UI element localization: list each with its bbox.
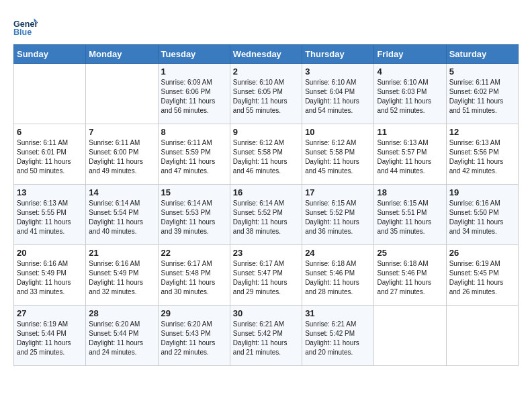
day-number: 4	[377, 66, 443, 77]
day-info: Sunrise: 6:10 AMSunset: 6:03 PMDaylight:…	[377, 78, 443, 116]
calendar-cell: 22Sunrise: 6:17 AMSunset: 5:48 PMDayligh…	[158, 245, 230, 306]
calendar-cell: 24Sunrise: 6:18 AMSunset: 5:46 PMDayligh…	[302, 245, 374, 306]
day-info: Sunrise: 6:19 AMSunset: 5:45 PMDaylight:…	[449, 259, 515, 297]
day-info: Sunrise: 6:11 AMSunset: 5:59 PMDaylight:…	[161, 138, 227, 176]
day-number: 20	[17, 248, 83, 258]
day-number: 8	[161, 127, 227, 137]
day-number: 29	[161, 308, 227, 318]
calendar-cell: 2Sunrise: 6:10 AMSunset: 6:05 PMDaylight…	[230, 64, 302, 124]
calendar-cell: 16Sunrise: 6:14 AMSunset: 5:52 PMDayligh…	[230, 185, 302, 245]
calendar-cell: 3Sunrise: 6:10 AMSunset: 6:04 PMDaylight…	[302, 64, 374, 124]
calendar-cell: 5Sunrise: 6:11 AMSunset: 6:02 PMDaylight…	[446, 64, 518, 124]
day-info: Sunrise: 6:20 AMSunset: 5:44 PMDaylight:…	[89, 320, 154, 357]
calendar-cell	[14, 64, 86, 124]
page-header: General Blue	[13, 13, 519, 38]
calendar-cell	[86, 64, 158, 124]
week-row-1: 1Sunrise: 6:09 AMSunset: 6:06 PMDaylight…	[14, 64, 519, 124]
day-number: 16	[233, 187, 299, 197]
day-number: 17	[305, 187, 371, 197]
calendar-cell: 28Sunrise: 6:20 AMSunset: 5:44 PMDayligh…	[86, 306, 158, 366]
day-info: Sunrise: 6:09 AMSunset: 6:06 PMDaylight:…	[161, 78, 227, 116]
day-info: Sunrise: 6:11 AMSunset: 6:01 PMDaylight:…	[17, 138, 83, 176]
day-info: Sunrise: 6:18 AMSunset: 5:46 PMDaylight:…	[377, 259, 443, 297]
day-number: 15	[161, 187, 227, 197]
day-info: Sunrise: 6:12 AMSunset: 5:58 PMDaylight:…	[233, 138, 299, 176]
day-info: Sunrise: 6:12 AMSunset: 5:58 PMDaylight:…	[305, 138, 371, 176]
day-info: Sunrise: 6:13 AMSunset: 5:55 PMDaylight:…	[17, 199, 83, 236]
day-info: Sunrise: 6:16 AMSunset: 5:49 PMDaylight:…	[17, 259, 83, 297]
day-info: Sunrise: 6:21 AMSunset: 5:42 PMDaylight:…	[305, 320, 371, 357]
day-info: Sunrise: 6:16 AMSunset: 5:49 PMDaylight:…	[89, 259, 154, 297]
calendar-cell: 27Sunrise: 6:19 AMSunset: 5:44 PMDayligh…	[14, 306, 86, 366]
calendar-table: SundayMondayTuesdayWednesdayThursdayFrid…	[13, 44, 519, 366]
day-info: Sunrise: 6:17 AMSunset: 5:47 PMDaylight:…	[233, 259, 299, 297]
day-number: 9	[233, 127, 299, 137]
day-number: 10	[305, 127, 371, 137]
calendar-cell: 6Sunrise: 6:11 AMSunset: 6:01 PMDaylight…	[14, 124, 86, 185]
week-row-5: 27Sunrise: 6:19 AMSunset: 5:44 PMDayligh…	[14, 306, 519, 366]
day-info: Sunrise: 6:18 AMSunset: 5:46 PMDaylight:…	[305, 259, 371, 297]
calendar-cell: 14Sunrise: 6:14 AMSunset: 5:54 PMDayligh…	[86, 185, 158, 245]
calendar-cell: 11Sunrise: 6:13 AMSunset: 5:57 PMDayligh…	[374, 124, 446, 185]
day-number: 1	[161, 66, 227, 77]
day-number: 3	[305, 66, 371, 77]
svg-text:Blue: Blue	[13, 28, 32, 37]
day-number: 24	[305, 248, 371, 258]
calendar-cell: 8Sunrise: 6:11 AMSunset: 5:59 PMDaylight…	[158, 124, 230, 185]
day-number: 30	[233, 308, 299, 318]
dow-wednesday: Wednesday	[230, 45, 302, 64]
day-info: Sunrise: 6:14 AMSunset: 5:52 PMDaylight:…	[233, 199, 299, 236]
day-number: 7	[89, 127, 154, 137]
day-info: Sunrise: 6:20 AMSunset: 5:43 PMDaylight:…	[161, 320, 227, 357]
week-row-3: 13Sunrise: 6:13 AMSunset: 5:55 PMDayligh…	[14, 185, 519, 245]
day-info: Sunrise: 6:21 AMSunset: 5:42 PMDaylight:…	[233, 320, 299, 357]
day-info: Sunrise: 6:15 AMSunset: 5:51 PMDaylight:…	[377, 199, 443, 236]
day-info: Sunrise: 6:19 AMSunset: 5:44 PMDaylight:…	[17, 320, 83, 357]
day-number: 25	[377, 248, 443, 258]
day-number: 14	[89, 187, 154, 197]
day-info: Sunrise: 6:14 AMSunset: 5:54 PMDaylight:…	[89, 199, 154, 236]
calendar-cell: 4Sunrise: 6:10 AMSunset: 6:03 PMDaylight…	[374, 64, 446, 124]
day-info: Sunrise: 6:11 AMSunset: 6:02 PMDaylight:…	[449, 78, 515, 116]
day-number: 23	[233, 248, 299, 258]
logo-icon: General Blue	[13, 13, 38, 38]
day-info: Sunrise: 6:13 AMSunset: 5:56 PMDaylight:…	[449, 138, 515, 176]
day-number: 11	[377, 127, 443, 137]
calendar-cell: 15Sunrise: 6:14 AMSunset: 5:53 PMDayligh…	[158, 185, 230, 245]
calendar-cell: 19Sunrise: 6:16 AMSunset: 5:50 PMDayligh…	[446, 185, 518, 245]
day-info: Sunrise: 6:10 AMSunset: 6:04 PMDaylight:…	[305, 78, 371, 116]
day-number: 6	[17, 127, 83, 137]
calendar-cell: 23Sunrise: 6:17 AMSunset: 5:47 PMDayligh…	[230, 245, 302, 306]
calendar-cell: 12Sunrise: 6:13 AMSunset: 5:56 PMDayligh…	[446, 124, 518, 185]
day-info: Sunrise: 6:13 AMSunset: 5:57 PMDaylight:…	[377, 138, 443, 176]
logo: General Blue	[13, 13, 38, 38]
day-number: 21	[89, 248, 154, 258]
day-info: Sunrise: 6:17 AMSunset: 5:48 PMDaylight:…	[161, 259, 227, 297]
day-number: 12	[449, 127, 515, 137]
calendar-cell: 29Sunrise: 6:20 AMSunset: 5:43 PMDayligh…	[158, 306, 230, 366]
days-of-week-header: SundayMondayTuesdayWednesdayThursdayFrid…	[14, 45, 519, 64]
calendar-cell: 25Sunrise: 6:18 AMSunset: 5:46 PMDayligh…	[374, 245, 446, 306]
calendar-cell: 26Sunrise: 6:19 AMSunset: 5:45 PMDayligh…	[446, 245, 518, 306]
calendar-body: 1Sunrise: 6:09 AMSunset: 6:06 PMDaylight…	[14, 64, 519, 366]
day-number: 2	[233, 66, 299, 77]
day-info: Sunrise: 6:16 AMSunset: 5:50 PMDaylight:…	[449, 199, 515, 236]
day-info: Sunrise: 6:10 AMSunset: 6:05 PMDaylight:…	[233, 78, 299, 116]
calendar-cell: 31Sunrise: 6:21 AMSunset: 5:42 PMDayligh…	[302, 306, 374, 366]
dow-saturday: Saturday	[446, 45, 518, 64]
week-row-4: 20Sunrise: 6:16 AMSunset: 5:49 PMDayligh…	[14, 245, 519, 306]
dow-friday: Friday	[374, 45, 446, 64]
calendar-cell: 18Sunrise: 6:15 AMSunset: 5:51 PMDayligh…	[374, 185, 446, 245]
day-number: 31	[305, 308, 371, 318]
dow-tuesday: Tuesday	[158, 45, 230, 64]
calendar-cell: 13Sunrise: 6:13 AMSunset: 5:55 PMDayligh…	[14, 185, 86, 245]
day-number: 5	[449, 66, 515, 77]
calendar-cell: 20Sunrise: 6:16 AMSunset: 5:49 PMDayligh…	[14, 245, 86, 306]
day-number: 28	[89, 308, 154, 318]
day-number: 26	[449, 248, 515, 258]
day-number: 27	[17, 308, 83, 318]
calendar-cell: 1Sunrise: 6:09 AMSunset: 6:06 PMDaylight…	[158, 64, 230, 124]
calendar-cell: 9Sunrise: 6:12 AMSunset: 5:58 PMDaylight…	[230, 124, 302, 185]
day-number: 22	[161, 248, 227, 258]
calendar-cell: 10Sunrise: 6:12 AMSunset: 5:58 PMDayligh…	[302, 124, 374, 185]
